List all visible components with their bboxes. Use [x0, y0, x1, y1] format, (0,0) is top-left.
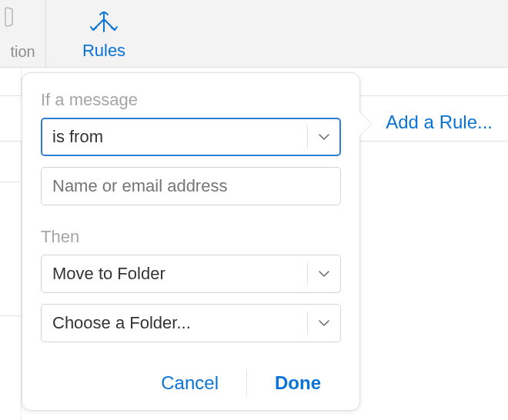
if-section-label: If a message: [41, 90, 341, 110]
toolbar-item-prev-label: tion: [10, 43, 35, 61]
address-input-wrap: [41, 167, 341, 205]
footer-divider: [246, 369, 247, 397]
address-input[interactable]: [41, 167, 341, 205]
toolbar-tab-rules[interactable]: Rules: [46, 0, 162, 67]
done-button[interactable]: Done: [255, 366, 341, 400]
cancel-button[interactable]: Cancel: [141, 366, 239, 400]
action-select-value: Move to Folder: [52, 264, 165, 284]
folder-select-value: Choose a Folder...: [52, 313, 191, 333]
popover-footer: Cancel Done: [22, 361, 359, 410]
action-select[interactable]: Move to Folder: [41, 255, 341, 293]
then-section-label: Then: [41, 227, 341, 247]
toolbar-tab-rules-label: Rules: [82, 41, 125, 61]
plane-icon: [5, 5, 25, 29]
folder-select[interactable]: Choose a Folder...: [41, 304, 341, 342]
rules-icon: [86, 12, 122, 38]
rule-editor-popover: If a message is from Then Move to Folder: [22, 72, 360, 411]
toolbar-item-prev-truncated[interactable]: tion: [0, 0, 46, 67]
add-rule-link[interactable]: Add a Rule...: [386, 112, 493, 133]
condition-select[interactable]: is from: [41, 118, 341, 156]
toolbar: tion Rules: [0, 0, 508, 68]
condition-select-value: is from: [52, 127, 103, 147]
